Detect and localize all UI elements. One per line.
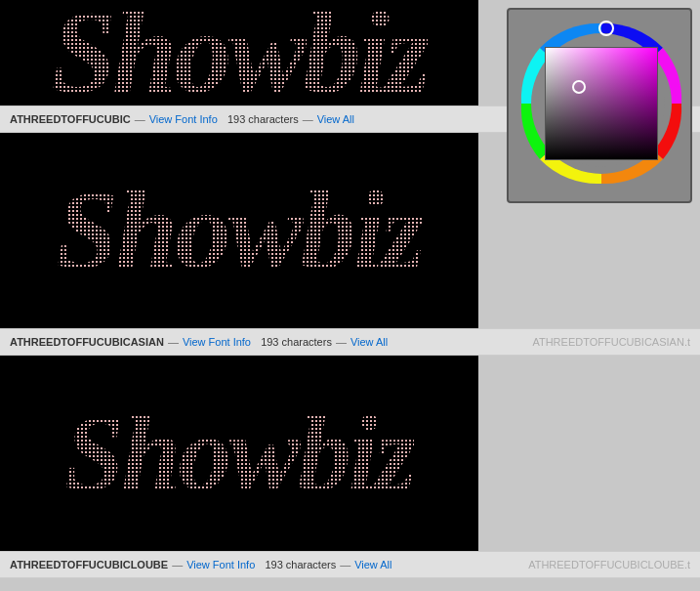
separator-3b: — (340, 559, 350, 570)
view-all-link-1[interactable]: View All (317, 113, 354, 125)
color-wheel[interactable] (518, 21, 684, 187)
char-count-3: 193 characters (259, 559, 336, 570)
info-bar-2: ATHREEDTOFFUCUBICASIAN — View Font Info … (0, 328, 700, 356)
info-bar-3: ATHREEDTOFFUCUBICLOUBE — View Font Info … (0, 551, 700, 578)
color-picker-popup[interactable] (507, 8, 692, 203)
font-name-right-3: ATHREEDTOFFUCUBICLOUBE.t (528, 559, 690, 570)
font-name-2: ATHREEDTOFFUCUBICASIAN (10, 336, 164, 348)
view-font-info-link-2[interactable]: View Font Info (183, 336, 251, 348)
view-all-link-3[interactable]: View All (354, 559, 391, 570)
font-section-3: Showbiz ATHREEDTOFFUCUBICLOUBE — View Fo… (0, 356, 700, 578)
font-preview-3: Showbiz (0, 356, 478, 551)
view-font-info-link-1[interactable]: View Font Info (149, 113, 218, 125)
font-preview-1: Showbiz (0, 0, 478, 106)
color-picker-inner (518, 21, 680, 191)
font-name-1: ATHREEDTOFFUCUBIC (10, 113, 131, 125)
font-section-1: Showbiz (0, 0, 700, 133)
font-name-3: ATHREEDTOFFUCUBICLOUBE (10, 559, 168, 570)
separator-3a: — (172, 559, 183, 570)
char-count-1: 193 characters (222, 113, 299, 125)
view-font-info-link-3[interactable]: View Font Info (186, 559, 255, 570)
preview-text-2: Showbiz (56, 166, 422, 295)
separator-1b: — (303, 113, 313, 125)
font-preview-2: Showbiz (0, 133, 478, 328)
font-name-right-2: ATHREEDTOFFUCUBICASIAN.t (532, 336, 690, 348)
view-all-link-2[interactable]: View All (350, 336, 388, 348)
separator-2a: — (168, 336, 179, 348)
preview-text-3: Showbiz (64, 392, 414, 516)
separator-2b: — (336, 336, 347, 348)
char-count-2: 193 characters (255, 336, 332, 348)
separator-1a: — (135, 113, 145, 125)
preview-text-1: Showbiz (51, 0, 428, 106)
